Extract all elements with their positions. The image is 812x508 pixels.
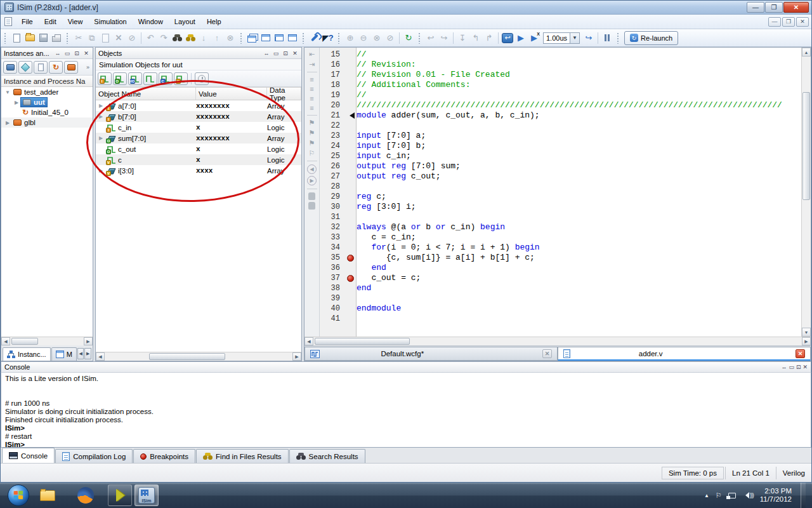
tile-vertical-button[interactable]: [273, 32, 285, 44]
scroll-down-icon[interactable]: ▼: [802, 328, 811, 337]
source-filter-button[interactable]: [34, 61, 48, 74]
filter-button-2[interactable]: I/O: [128, 72, 142, 85]
objects-hscrollbar[interactable]: ◀ ▶: [96, 352, 301, 361]
pan-hand-off-icon[interactable]: [308, 202, 315, 210]
instances-column-header[interactable]: Instance and Process Na: [1, 76, 93, 87]
scroll-right-icon[interactable]: ▶: [84, 337, 93, 345]
goto-line-icon[interactable]: ≡: [310, 85, 313, 93]
mdi-restore-button[interactable]: ❐: [782, 17, 795, 27]
step-sim-button[interactable]: ↪: [582, 32, 595, 44]
expander-icon[interactable]: ▶: [97, 135, 105, 141]
tab-compilation-log[interactable]: Compilation Log: [55, 449, 133, 463]
tree-item-Initial_45_0[interactable]: ↻Initial_45_0: [1, 107, 93, 117]
goto-line-icon[interactable]: ≡: [310, 104, 313, 112]
firefox-taskbar-icon[interactable]: [74, 485, 98, 506]
instance-filter-button[interactable]: [3, 61, 17, 74]
scroll-up-icon[interactable]: ▲: [802, 48, 811, 57]
column-header-object-name[interactable]: Object Name: [96, 88, 196, 100]
panel-close-icon[interactable]: ✕: [291, 50, 299, 57]
panel-float-icon[interactable]: ↔: [781, 364, 787, 370]
code-area[interactable]: 15//16// Revision:17// Revision 0.01 - F…: [320, 48, 801, 337]
zoom-area-button[interactable]: ⊘: [384, 32, 396, 44]
delete-button[interactable]: ✕: [112, 32, 125, 44]
tab-close-icon[interactable]: ✕: [796, 349, 805, 358]
chevron-down-icon[interactable]: ▼: [570, 33, 579, 43]
panel-close-icon[interactable]: ✕: [802, 364, 808, 370]
run-all-button[interactable]: ▶: [514, 32, 527, 44]
restore-button[interactable]: ❐: [765, 2, 783, 13]
block-button[interactable]: ⊘: [126, 32, 138, 44]
pan-hand-icon[interactable]: [308, 192, 315, 200]
tab-search-results[interactable]: Search Results: [289, 449, 365, 463]
menu-file[interactable]: File: [16, 16, 39, 27]
volume-icon[interactable]: ))): [742, 492, 754, 498]
save-button[interactable]: [37, 32, 49, 44]
redo-button[interactable]: ↷: [157, 32, 170, 44]
panel-dock-icon[interactable]: ⊡: [73, 50, 81, 57]
isim-taskbar-button[interactable]: ISim: [134, 485, 159, 506]
show-desktop-button[interactable]: [801, 483, 806, 508]
cascade-windows-button[interactable]: [246, 32, 259, 44]
mdi-close-button[interactable]: ✕: [796, 17, 809, 27]
print-button[interactable]: [50, 32, 63, 44]
expander-icon[interactable]: ▶: [97, 114, 105, 119]
object-row-c_in[interactable]: Ic_inxLogic: [96, 122, 301, 133]
undo-button[interactable]: ↶: [144, 32, 157, 44]
indent-increase-icon[interactable]: ⇥: [309, 60, 315, 69]
console-output[interactable]: This is a Lite version of ISim. # run 10…: [1, 373, 811, 448]
close-button[interactable]: ✕: [783, 2, 809, 13]
tab-close-icon[interactable]: ✕: [542, 349, 552, 358]
run-for-time-button[interactable]: ▶X: [528, 32, 540, 44]
menu-window[interactable]: Window: [133, 16, 169, 27]
object-row-i30[interactable]: ▶Vi[3:0]xxxxArray: [96, 165, 301, 176]
menu-edit[interactable]: Edit: [39, 16, 62, 27]
tree-item-test_adder[interactable]: ▼test_adder: [1, 87, 93, 97]
find-next-button[interactable]: ↓: [197, 32, 210, 44]
chip-filter-button[interactable]: [64, 61, 78, 74]
scroll-left-icon[interactable]: ◀: [304, 337, 313, 345]
float-window-button[interactable]: [286, 32, 299, 44]
refresh-button[interactable]: ↻: [402, 32, 415, 44]
editor-vscrollbar[interactable]: ▲ ▼: [801, 48, 811, 337]
expander-icon[interactable]: ▶: [97, 103, 105, 109]
find-button[interactable]: [171, 32, 183, 44]
filter-button-0[interactable]: I: [98, 72, 112, 85]
goto-source-button[interactable]: ↩: [424, 32, 437, 44]
object-row-b70[interactable]: ▶Ib[7:0]xxxxxxxxArray: [96, 111, 301, 122]
scroll-thumb[interactable]: [802, 92, 810, 200]
action-center-flag-icon[interactable]: ⚐: [716, 491, 722, 500]
object-row-a70[interactable]: ▶Ia[7:0]xxxxxxxxArray: [96, 100, 301, 111]
filter-button-1[interactable]: O: [113, 72, 127, 85]
tree-item-glbl[interactable]: ▶glbl: [1, 117, 93, 128]
scroll-right-icon[interactable]: ▶: [292, 352, 301, 361]
menu-simulation[interactable]: Simulation: [88, 16, 132, 27]
tree-item-uut[interactable]: ▶uut: [1, 97, 93, 107]
tab-breakpoints[interactable]: Breakpoints: [133, 449, 195, 463]
package-filter-button[interactable]: [18, 61, 32, 74]
expander-icon[interactable]: ▶: [97, 168, 105, 173]
editor-hscrollbar[interactable]: ◀ ▶: [304, 337, 811, 345]
panel-float-icon[interactable]: ↔: [54, 50, 62, 57]
zoom-out-button[interactable]: ⊖: [357, 32, 370, 44]
ise-taskbar-button[interactable]: [108, 485, 132, 506]
zoom-full-button[interactable]: ⊗: [370, 32, 383, 44]
explorer-taskbar-icon[interactable]: [36, 485, 60, 506]
line-tool-icon[interactable]: ≡: [310, 95, 313, 102]
hidden-icons-chevron[interactable]: ▲: [704, 493, 709, 498]
panel-close-icon[interactable]: ✕: [82, 50, 90, 57]
open-file-button[interactable]: [23, 32, 36, 44]
filter-button-4[interactable]: C: [159, 72, 173, 85]
scroll-right-icon[interactable]: ▶: [802, 337, 811, 345]
expander-icon[interactable]: ▶: [4, 120, 11, 126]
run-time-combo[interactable]: 1.00us ▼: [543, 32, 580, 44]
filter-button-3[interactable]: [143, 72, 157, 85]
scroll-left-icon[interactable]: ◀: [96, 352, 105, 361]
context-help-button[interactable]: ◤?: [322, 32, 334, 44]
tab-console[interactable]: Console: [2, 448, 55, 463]
restart-button[interactable]: ↩: [501, 32, 514, 44]
editor-tab-defaultwcfg[interactable]: Default.wcfg*✕: [304, 347, 558, 361]
taskbar-clock[interactable]: 2:03 PM 11/7/2012: [760, 487, 792, 504]
column-header-data-type[interactable]: Data Type: [267, 88, 301, 100]
expander-icon[interactable]: ▶: [13, 100, 20, 105]
panel-tab-instanc[interactable]: Instanc...: [3, 347, 51, 361]
